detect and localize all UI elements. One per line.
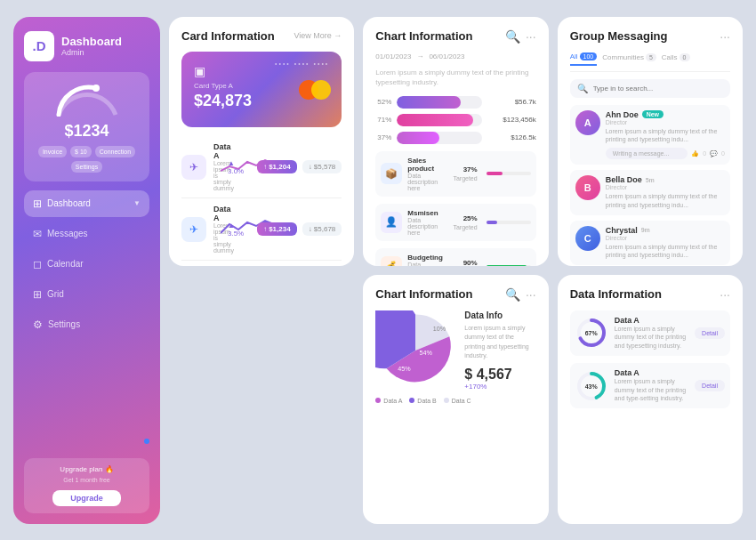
- search-icon: 🔍: [577, 84, 588, 93]
- legend-dot-b: [409, 398, 414, 403]
- chart-info-top-panel: Chart Information 🔍 ··· 01/01/2023 → 06/…: [363, 17, 548, 266]
- avatar: A: [575, 110, 600, 135]
- credit-card: •••• •••• •••• ▣ Card Type A $24,873: [181, 52, 342, 127]
- content-area: Card Information View More → •••• •••• •…: [169, 17, 743, 524]
- legend-row-1: 📦 Sales product Data description here 37…: [375, 151, 535, 197]
- list-item[interactable]: B Bella Doe 5m Director Lorem ipsum a si…: [570, 170, 730, 215]
- chart-bottom-search-icon[interactable]: 🔍: [505, 287, 520, 302]
- chart-bottom-title: Chart Information: [375, 287, 472, 302]
- data-info-title: Data Information: [570, 287, 662, 302]
- balance-actions: Invoice $ 10 Connection Settings: [33, 146, 141, 173]
- data-info-more-icon[interactable]: ···: [720, 287, 730, 302]
- chart-top-more-icon[interactable]: ···: [526, 29, 536, 44]
- card-panel-title: Card Information: [181, 29, 275, 44]
- svg-text:54%: 54%: [420, 348, 433, 356]
- svg-text:10%: 10%: [433, 324, 446, 332]
- data-info-rows: 67% Data A Lorem ipsum a simply dummy te…: [570, 310, 730, 409]
- data-info-row-1: 67% Data A Lorem ipsum a simply dummy te…: [570, 310, 730, 356]
- sidebar-logo: .D Dashboard Admin: [24, 31, 149, 61]
- messaging-tabs: All 100 Communities 5 Calls 0: [570, 52, 730, 72]
- nav-items: ⊞ Dashboard ▼ ✉ Messages ◻ Calendar: [24, 190, 149, 453]
- bar-row-1: 52% $56.7k: [375, 96, 535, 109]
- sidebar-item-calendar[interactable]: ◻ Calendar: [24, 251, 149, 278]
- dashboard-icon: ⊞: [33, 197, 42, 210]
- chart-bottom-more-icon[interactable]: ···: [526, 287, 536, 302]
- legend-icon-2: 👤: [381, 212, 402, 233]
- data-icon-1: ✈: [181, 155, 206, 180]
- detail-button-1[interactable]: Detail: [695, 327, 725, 339]
- chart-info-bottom-panel: Chart Information 🔍 ···: [363, 275, 548, 524]
- chart-top-search-icon[interactable]: 🔍: [505, 29, 520, 44]
- data-info-row-2: 43% Data A Lorem ipsum a simply dummy te…: [570, 363, 730, 408]
- tab-communities[interactable]: Communities 5: [602, 52, 656, 66]
- chart-legend: 📦 Sales product Data description here 37…: [375, 151, 535, 266]
- mastercard-yellow-circle: [311, 80, 331, 100]
- nav-arrow: ▼: [133, 199, 141, 207]
- view-more-link[interactable]: View More →: [294, 31, 342, 40]
- legend-icon-3: 💰: [381, 256, 402, 266]
- group-messaging-panel: Group Messaging ··· All 100 Communities …: [558, 17, 743, 266]
- avatar: C: [575, 226, 600, 251]
- reply-icon: 💬: [710, 150, 718, 157]
- chart-top-title: Chart Information: [375, 29, 472, 44]
- balance-invoice-btn[interactable]: Invoice: [38, 146, 67, 157]
- val-down-1: ↓ $5,578: [302, 160, 342, 173]
- donut-chart-1: 67%: [575, 317, 607, 349]
- data-row: ✈ Data A Lorem ipsum is simply dummy ▲ 3…: [181, 136, 342, 198]
- balance-conn-btn[interactable]: Connection: [95, 146, 135, 157]
- message-time: 9m: [641, 227, 650, 233]
- stat-up-1: ▲ 3.0%: [228, 159, 250, 175]
- val-up-1: ↑ $1,204: [257, 160, 297, 173]
- upgrade-button[interactable]: Upgrade: [52, 490, 121, 506]
- svg-point-0: [92, 85, 100, 92]
- grid-icon: ⊞: [33, 288, 42, 301]
- dot-indicator: [144, 439, 149, 444]
- list-item[interactable]: A Ahn Doe New Director Lorem ipsum a sim…: [570, 105, 730, 165]
- sidebar-item-dashboard[interactable]: ⊞ Dashboard ▼: [24, 190, 149, 217]
- settings-icon: ⚙: [33, 318, 43, 331]
- pie-legend: Data A Data B Data C: [375, 398, 535, 404]
- messages-icon: ✉: [33, 228, 42, 240]
- balance-amount: $1234: [33, 122, 141, 141]
- balance-settings-btn[interactable]: Settings: [71, 161, 102, 173]
- logo-text: Dashboard Admin: [61, 35, 122, 57]
- card-chip-icon: ▣: [194, 64, 329, 78]
- thumbs-up-icon: 👍: [691, 150, 699, 157]
- bar-row-3: 37% $126.5k: [375, 132, 535, 144]
- legend-icon-1: 📦: [381, 163, 402, 184]
- avatar: B: [575, 175, 600, 200]
- sidebar-item-messages[interactable]: ✉ Messages: [24, 221, 149, 247]
- status-badge: New: [642, 110, 664, 118]
- list-item[interactable]: C Chrystal 9m Director Lorem ipsum a sim…: [570, 221, 730, 266]
- search-box[interactable]: 🔍: [570, 79, 730, 98]
- stat-up-2: ▲ 3.5%: [228, 222, 250, 238]
- balance-card: $1234 Invoice $ 10 Connection Settings: [24, 72, 149, 181]
- balance-money-btn[interactable]: $ 10: [70, 146, 92, 157]
- group-msg-title: Group Messaging: [570, 29, 668, 44]
- message-list: A Ahn Doe New Director Lorem ipsum a sim…: [570, 105, 730, 266]
- card-info-panel: Card Information View More → •••• •••• •…: [169, 17, 354, 266]
- search-input[interactable]: [593, 85, 723, 93]
- legend-row-2: 👤 Msmisen Data description here 25% Targ…: [375, 204, 535, 241]
- legend-dot-c: [444, 398, 449, 403]
- sidebar-item-settings[interactable]: ⚙ Settings: [24, 311, 149, 338]
- bar-row-2: 71% $123,456k: [375, 114, 535, 126]
- tab-calls[interactable]: Calls 0: [662, 52, 690, 66]
- bar-chart: 52% $56.7k 71% $123,456k 37%: [375, 96, 535, 144]
- tab-all[interactable]: All 100: [570, 52, 598, 66]
- logo-icon: .D: [24, 31, 54, 61]
- data-row: ✈ Data A Lorem ipsum is simply dummy ▲ 3…: [181, 198, 342, 261]
- data-info-panel: Data Information ··· 67% Data A Lorem ip…: [558, 275, 743, 524]
- val-down-2: ↓ $5,678: [302, 222, 342, 236]
- data-row: ✈ Data A Lorem ipsum is simply dummy ▲ 3…: [181, 261, 342, 265]
- message-time: 5m: [646, 177, 655, 183]
- donut-chart-2: 43%: [575, 370, 607, 402]
- data-icon-2: ✈: [181, 217, 206, 242]
- message-input[interactable]: Writing a message...: [606, 148, 688, 159]
- calendar-icon: ◻: [33, 258, 42, 270]
- detail-button-2[interactable]: Detail: [695, 380, 725, 391]
- pie-chart: 10% 45% 54%: [375, 310, 455, 391]
- sidebar-item-grid[interactable]: ⊞ Grid: [24, 281, 149, 308]
- upgrade-section: Upgrade plan 🔥 Get 1 month free Upgrade: [24, 458, 149, 513]
- group-msg-more-icon[interactable]: ···: [720, 29, 730, 44]
